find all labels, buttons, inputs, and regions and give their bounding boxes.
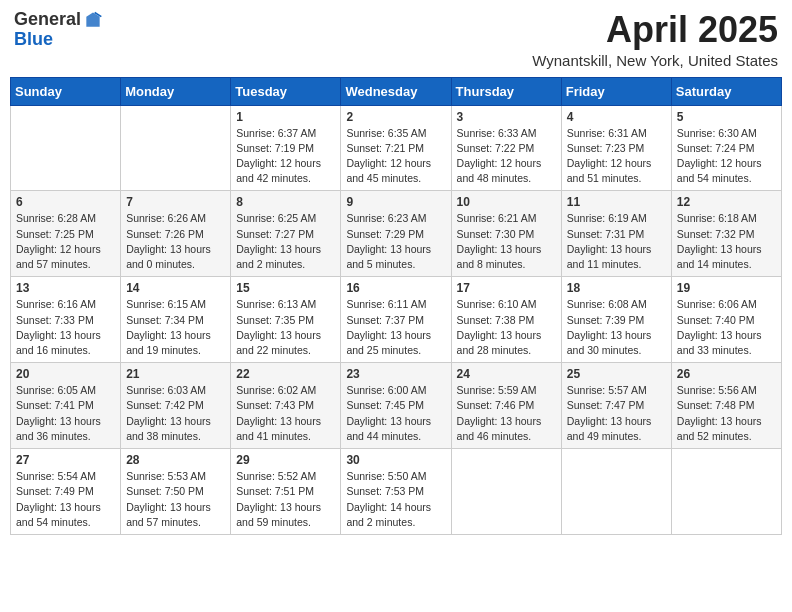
sunrise-text: Sunrise: 6:18 AM bbox=[677, 212, 757, 224]
day-info: Sunrise: 5:57 AM Sunset: 7:47 PM Dayligh… bbox=[567, 383, 666, 444]
daylight-text: Daylight: 13 hours and 2 minutes. bbox=[236, 243, 321, 270]
day-number: 15 bbox=[236, 281, 335, 295]
sunrise-text: Sunrise: 5:56 AM bbox=[677, 384, 757, 396]
day-info: Sunrise: 6:00 AM Sunset: 7:45 PM Dayligh… bbox=[346, 383, 445, 444]
daylight-text: Daylight: 12 hours and 45 minutes. bbox=[346, 157, 431, 184]
day-info: Sunrise: 6:08 AM Sunset: 7:39 PM Dayligh… bbox=[567, 297, 666, 358]
day-info: Sunrise: 6:31 AM Sunset: 7:23 PM Dayligh… bbox=[567, 126, 666, 187]
sunrise-text: Sunrise: 6:15 AM bbox=[126, 298, 206, 310]
sunrise-text: Sunrise: 6:25 AM bbox=[236, 212, 316, 224]
sunrise-text: Sunrise: 6:02 AM bbox=[236, 384, 316, 396]
day-info: Sunrise: 6:23 AM Sunset: 7:29 PM Dayligh… bbox=[346, 211, 445, 272]
day-number: 23 bbox=[346, 367, 445, 381]
daylight-text: Daylight: 13 hours and 11 minutes. bbox=[567, 243, 652, 270]
day-number: 19 bbox=[677, 281, 776, 295]
sunset-text: Sunset: 7:53 PM bbox=[346, 485, 424, 497]
day-info: Sunrise: 5:59 AM Sunset: 7:46 PM Dayligh… bbox=[457, 383, 556, 444]
daylight-text: Daylight: 12 hours and 42 minutes. bbox=[236, 157, 321, 184]
calendar-cell: 24 Sunrise: 5:59 AM Sunset: 7:46 PM Dayl… bbox=[451, 363, 561, 449]
daylight-text: Daylight: 13 hours and 14 minutes. bbox=[677, 243, 762, 270]
calendar-week-1: 1 Sunrise: 6:37 AM Sunset: 7:19 PM Dayli… bbox=[11, 105, 782, 191]
daylight-text: Daylight: 14 hours and 2 minutes. bbox=[346, 501, 431, 528]
sunset-text: Sunset: 7:21 PM bbox=[346, 142, 424, 154]
sunset-text: Sunset: 7:42 PM bbox=[126, 399, 204, 411]
sunrise-text: Sunrise: 5:53 AM bbox=[126, 470, 206, 482]
daylight-text: Daylight: 13 hours and 44 minutes. bbox=[346, 415, 431, 442]
calendar-cell: 6 Sunrise: 6:28 AM Sunset: 7:25 PM Dayli… bbox=[11, 191, 121, 277]
sunrise-text: Sunrise: 6:28 AM bbox=[16, 212, 96, 224]
calendar-cell: 11 Sunrise: 6:19 AM Sunset: 7:31 PM Dayl… bbox=[561, 191, 671, 277]
daylight-text: Daylight: 13 hours and 5 minutes. bbox=[346, 243, 431, 270]
sunrise-text: Sunrise: 6:31 AM bbox=[567, 127, 647, 139]
sunrise-text: Sunrise: 6:16 AM bbox=[16, 298, 96, 310]
calendar-week-4: 20 Sunrise: 6:05 AM Sunset: 7:41 PM Dayl… bbox=[11, 363, 782, 449]
sunrise-text: Sunrise: 6:06 AM bbox=[677, 298, 757, 310]
day-info: Sunrise: 6:28 AM Sunset: 7:25 PM Dayligh… bbox=[16, 211, 115, 272]
daylight-text: Daylight: 13 hours and 22 minutes. bbox=[236, 329, 321, 356]
day-info: Sunrise: 6:02 AM Sunset: 7:43 PM Dayligh… bbox=[236, 383, 335, 444]
sunrise-text: Sunrise: 6:11 AM bbox=[346, 298, 426, 310]
day-number: 7 bbox=[126, 195, 225, 209]
calendar-cell: 5 Sunrise: 6:30 AM Sunset: 7:24 PM Dayli… bbox=[671, 105, 781, 191]
day-info: Sunrise: 6:19 AM Sunset: 7:31 PM Dayligh… bbox=[567, 211, 666, 272]
calendar-table: Sunday Monday Tuesday Wednesday Thursday… bbox=[10, 77, 782, 535]
day-number: 27 bbox=[16, 453, 115, 467]
sunset-text: Sunset: 7:27 PM bbox=[236, 228, 314, 240]
daylight-text: Daylight: 13 hours and 8 minutes. bbox=[457, 243, 542, 270]
calendar-cell: 18 Sunrise: 6:08 AM Sunset: 7:39 PM Dayl… bbox=[561, 277, 671, 363]
day-number: 29 bbox=[236, 453, 335, 467]
day-number: 28 bbox=[126, 453, 225, 467]
day-info: Sunrise: 6:13 AM Sunset: 7:35 PM Dayligh… bbox=[236, 297, 335, 358]
daylight-text: Daylight: 13 hours and 30 minutes. bbox=[567, 329, 652, 356]
calendar-cell: 14 Sunrise: 6:15 AM Sunset: 7:34 PM Dayl… bbox=[121, 277, 231, 363]
sunrise-text: Sunrise: 6:30 AM bbox=[677, 127, 757, 139]
sunset-text: Sunset: 7:31 PM bbox=[567, 228, 645, 240]
header-thursday: Thursday bbox=[451, 77, 561, 105]
daylight-text: Daylight: 13 hours and 33 minutes. bbox=[677, 329, 762, 356]
day-number: 3 bbox=[457, 110, 556, 124]
day-info: Sunrise: 6:21 AM Sunset: 7:30 PM Dayligh… bbox=[457, 211, 556, 272]
sunset-text: Sunset: 7:41 PM bbox=[16, 399, 94, 411]
title-block: April 2025 Wynantskill, New York, United… bbox=[532, 10, 778, 69]
sunrise-text: Sunrise: 5:59 AM bbox=[457, 384, 537, 396]
calendar-cell: 22 Sunrise: 6:02 AM Sunset: 7:43 PM Dayl… bbox=[231, 363, 341, 449]
header-friday: Friday bbox=[561, 77, 671, 105]
sunset-text: Sunset: 7:25 PM bbox=[16, 228, 94, 240]
sunset-text: Sunset: 7:29 PM bbox=[346, 228, 424, 240]
calendar-cell: 3 Sunrise: 6:33 AM Sunset: 7:22 PM Dayli… bbox=[451, 105, 561, 191]
calendar-cell: 29 Sunrise: 5:52 AM Sunset: 7:51 PM Dayl… bbox=[231, 449, 341, 535]
sunrise-text: Sunrise: 5:57 AM bbox=[567, 384, 647, 396]
month-title: April 2025 bbox=[532, 10, 778, 50]
sunrise-text: Sunrise: 5:52 AM bbox=[236, 470, 316, 482]
daylight-text: Daylight: 12 hours and 57 minutes. bbox=[16, 243, 101, 270]
sunset-text: Sunset: 7:39 PM bbox=[567, 314, 645, 326]
day-number: 24 bbox=[457, 367, 556, 381]
calendar-cell: 27 Sunrise: 5:54 AM Sunset: 7:49 PM Dayl… bbox=[11, 449, 121, 535]
day-info: Sunrise: 6:05 AM Sunset: 7:41 PM Dayligh… bbox=[16, 383, 115, 444]
daylight-text: Daylight: 12 hours and 54 minutes. bbox=[677, 157, 762, 184]
calendar-cell: 2 Sunrise: 6:35 AM Sunset: 7:21 PM Dayli… bbox=[341, 105, 451, 191]
calendar-cell bbox=[451, 449, 561, 535]
day-info: Sunrise: 6:06 AM Sunset: 7:40 PM Dayligh… bbox=[677, 297, 776, 358]
daylight-text: Daylight: 12 hours and 51 minutes. bbox=[567, 157, 652, 184]
sunset-text: Sunset: 7:38 PM bbox=[457, 314, 535, 326]
header-sunday: Sunday bbox=[11, 77, 121, 105]
day-info: Sunrise: 6:26 AM Sunset: 7:26 PM Dayligh… bbox=[126, 211, 225, 272]
day-info: Sunrise: 5:52 AM Sunset: 7:51 PM Dayligh… bbox=[236, 469, 335, 530]
day-number: 10 bbox=[457, 195, 556, 209]
sunrise-text: Sunrise: 6:33 AM bbox=[457, 127, 537, 139]
calendar-cell bbox=[561, 449, 671, 535]
calendar-cell: 19 Sunrise: 6:06 AM Sunset: 7:40 PM Dayl… bbox=[671, 277, 781, 363]
calendar-cell: 9 Sunrise: 6:23 AM Sunset: 7:29 PM Dayli… bbox=[341, 191, 451, 277]
sunrise-text: Sunrise: 6:05 AM bbox=[16, 384, 96, 396]
day-number: 14 bbox=[126, 281, 225, 295]
sunset-text: Sunset: 7:37 PM bbox=[346, 314, 424, 326]
day-info: Sunrise: 6:15 AM Sunset: 7:34 PM Dayligh… bbox=[126, 297, 225, 358]
sunset-text: Sunset: 7:43 PM bbox=[236, 399, 314, 411]
weekday-header-row: Sunday Monday Tuesday Wednesday Thursday… bbox=[11, 77, 782, 105]
day-info: Sunrise: 6:25 AM Sunset: 7:27 PM Dayligh… bbox=[236, 211, 335, 272]
day-info: Sunrise: 6:11 AM Sunset: 7:37 PM Dayligh… bbox=[346, 297, 445, 358]
day-number: 30 bbox=[346, 453, 445, 467]
sunset-text: Sunset: 7:22 PM bbox=[457, 142, 535, 154]
day-number: 11 bbox=[567, 195, 666, 209]
